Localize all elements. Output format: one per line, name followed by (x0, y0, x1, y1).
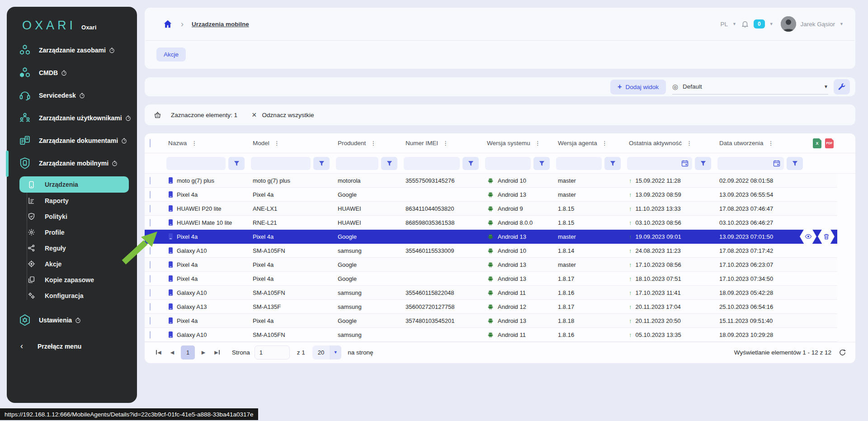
row-checkbox[interactable] (150, 275, 151, 283)
pagination-page-1-button[interactable]: 1 (181, 345, 195, 360)
filter-button[interactable] (228, 157, 245, 170)
column-menu-icon[interactable]: ⋮ (191, 140, 197, 147)
filter-input-wersja-systemu[interactable] (485, 157, 531, 170)
export-pdf-icon[interactable]: PDF (825, 138, 834, 148)
column-menu-icon[interactable]: ⋮ (370, 140, 376, 147)
filter-button[interactable] (313, 157, 330, 170)
view-select[interactable]: ◎ Default ▼ (672, 80, 828, 95)
row-checkbox[interactable] (150, 177, 151, 184)
column-menu-icon[interactable]: ⋮ (535, 140, 541, 147)
column-header-producent[interactable]: Produdent (338, 140, 366, 147)
submenu-item-polityki[interactable]: Polityki (19, 208, 129, 224)
calendar-icon[interactable] (773, 160, 780, 167)
column-header-nazwa[interactable]: Nazwa (168, 140, 187, 147)
column-menu-icon[interactable]: ⋮ (443, 140, 448, 147)
filter-button[interactable] (787, 157, 803, 170)
column-header-wersja-systemu[interactable]: Wersja systemu (487, 140, 530, 147)
filter-input-wersja-agenta[interactable] (556, 157, 602, 170)
row-checkbox[interactable] (150, 331, 151, 339)
deselect-all-button[interactable]: Odznacz wszystkie (262, 112, 314, 118)
sidebar-item-documents[interactable]: Zarządzanie dokumentami (7, 129, 137, 152)
table-row[interactable]: ✓ HUAWEI Mate 10 lite RNE-L21 HUAWEI 868… (145, 216, 837, 230)
select-all-checkbox[interactable] (150, 139, 151, 147)
column-menu-icon[interactable]: ⋮ (686, 140, 692, 147)
submenu-item-akcje[interactable]: Akcje (19, 256, 129, 272)
filter-button[interactable] (462, 157, 479, 170)
sidebar-item-cmdb[interactable]: CMDB (7, 61, 137, 84)
column-menu-icon[interactable]: ⋮ (274, 140, 280, 147)
language-selector[interactable]: PL (721, 21, 728, 28)
row-checkbox[interactable] (150, 289, 151, 297)
column-menu-icon[interactable]: ⋮ (768, 140, 774, 147)
refresh-icon[interactable] (839, 349, 846, 356)
table-row[interactable]: ✓ Galaxy A13 SM-A135F samsung 3560027201… (145, 300, 837, 314)
submenu-item-raporty[interactable]: Raporty (19, 193, 129, 208)
deselect-all-x-icon[interactable]: × (252, 111, 257, 119)
bell-icon[interactable] (741, 20, 749, 28)
table-row[interactable]: ✓ Galaxy A10 SM-A105FN samsung 355460115… (145, 286, 837, 300)
table-row[interactable]: ✓ Pixel 4a Pixel 4a Google An (145, 188, 837, 202)
pagination-next-button[interactable]: ▶ (197, 345, 210, 359)
add-view-button[interactable]: + Dodaj widok (610, 80, 666, 95)
submenu-item-urzadzenia[interactable]: Urządzenia (19, 176, 129, 193)
sidebar-item-zasoby[interactable]: Zarządzanie zasobami (7, 39, 137, 61)
sidebar-item-ustawienia[interactable]: Ustawienia (7, 309, 137, 331)
column-header-imei[interactable]: Numer IMEI (406, 140, 438, 147)
table-row[interactable]: ✓ moto g(7) plus moto g(7) plus motorola… (145, 174, 837, 188)
column-header-model[interactable]: Model (253, 140, 269, 147)
page-number-input[interactable] (255, 345, 290, 360)
pagination-last-button[interactable]: ▶ (210, 345, 224, 359)
table-row[interactable]: ✓ Pixel 4a Pixel 4a Google 3574801035452… (145, 314, 837, 328)
export-excel-icon[interactable]: X (813, 138, 821, 148)
actions-button[interactable]: Akcje (156, 47, 186, 61)
calendar-icon[interactable] (681, 160, 689, 167)
row-details-button[interactable] (800, 229, 816, 244)
avatar[interactable] (781, 16, 796, 32)
filter-button[interactable] (695, 157, 711, 170)
sidebar-item-mobile[interactable]: Zarządzanie mobilnymi (7, 152, 137, 175)
column-menu-icon[interactable]: ⋮ (602, 140, 608, 147)
row-checkbox[interactable] (150, 317, 151, 325)
row-delete-button[interactable] (818, 229, 835, 244)
sidebar-item-servicedesk[interactable]: Servicedesk (7, 84, 137, 107)
submenu-item-kopie[interactable]: Kopie zapasowe (19, 272, 129, 288)
collapse-menu-button[interactable]: ‹ Przełącz menu (7, 341, 137, 351)
table-row[interactable]: ✓ Pixel 4a Pixel 4a Google An (145, 272, 837, 286)
column-header-data-utworzenia[interactable]: Data utworzenia (719, 140, 764, 147)
row-checkbox[interactable] (150, 303, 151, 311)
pagination-first-button[interactable]: ◀ (152, 345, 165, 359)
row-checkmark-icon[interactable]: ✓ (151, 233, 156, 240)
filter-button[interactable] (533, 157, 550, 170)
submenu-item-reguly[interactable]: Reguły (19, 240, 129, 256)
row-checkbox[interactable] (150, 261, 151, 269)
table-row[interactable]: ✓ Pixel 4a Pixel 4a Google An (145, 258, 837, 272)
filter-button[interactable] (604, 157, 621, 170)
column-header-wersja-agenta[interactable]: Wersja agenta (558, 140, 597, 147)
pagination-prev-button[interactable]: ◀ (165, 345, 179, 359)
filter-input-nazwa[interactable] (166, 157, 226, 170)
per-page-select[interactable]: 20 ▼ (312, 345, 341, 360)
notification-count-badge[interactable]: 0 (754, 19, 765, 28)
breadcrumb-link-mobile-devices[interactable]: Urządzenia mobilne (192, 21, 249, 28)
row-checkbox[interactable] (150, 191, 151, 199)
chevron-down-icon[interactable]: ▼ (732, 22, 736, 26)
home-icon[interactable] (163, 19, 173, 29)
submenu-item-konfiguracja[interactable]: Konfiguracja (19, 288, 129, 303)
sidebar-item-users[interactable]: Zarządzanie użytkownikami (7, 107, 137, 129)
view-settings-button[interactable] (834, 79, 850, 95)
filter-input-producent[interactable] (336, 157, 378, 170)
table-row[interactable]: ✓ Galaxy A10 SM-A105FN samsung (145, 328, 837, 342)
table-row[interactable]: ✓ Pixel 4a Pixel 4a Google An (145, 230, 837, 244)
filter-input-imei[interactable] (404, 157, 460, 170)
row-checkbox[interactable] (150, 247, 151, 255)
chevron-down-icon[interactable]: ▼ (840, 22, 844, 26)
row-checkbox[interactable] (150, 205, 151, 213)
chevron-down-icon[interactable]: ▼ (769, 22, 774, 26)
row-checkbox[interactable] (150, 219, 151, 227)
column-header-ostatnia-aktywnosc[interactable]: Ostatnia aktywność (629, 140, 682, 147)
table-row[interactable]: ✓ Galaxy A10 SM-A105FN samsung 355460115… (145, 244, 837, 258)
table-row[interactable]: ✓ HUAWEI P20 lite ANE-LX1 HUAWEI 8634110… (145, 202, 837, 216)
filter-button[interactable] (381, 157, 397, 170)
filter-input-model[interactable] (251, 157, 311, 170)
submenu-item-profile[interactable]: Profile (19, 224, 129, 240)
